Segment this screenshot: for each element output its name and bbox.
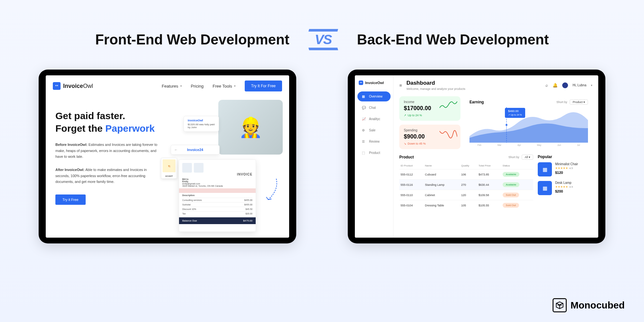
product-icon: ⬚ [362,151,366,155]
logo[interactable]: InvoiceOwl [355,75,393,90]
spending-card: Spending $900.00 ↘Down to 45 % [399,125,460,149]
avatar[interactable] [562,82,568,88]
nav-features[interactable]: Features▾ [162,84,182,89]
svg-point-5 [361,82,362,83]
sidebar-item-sale[interactable]: ⚙Sale [357,125,391,135]
logo-text: InvoiceOwl [63,83,93,90]
chart-xaxis: FebMarAprMayJunJul [469,144,588,146]
sidebar: InvoiceOwl ▦Overview 💬Chat 📈Analityc ⚙Sa… [355,75,393,238]
curved-arrow-icon [263,177,279,203]
popular-item[interactable]: ▦Minimalist Chair★★★★★4.5$120 [538,162,592,176]
page-title: Dashboard [406,80,465,86]
svg-point-7 [505,124,507,126]
worker-photo: 👷 [218,100,283,155]
user-greeting: Hi, Lubna [573,83,586,87]
menu-icon[interactable]: ≡ [399,83,402,88]
table-row[interactable]: 555-0112Cuboard106$473.85Available [399,169,533,180]
spending-sparkline [440,129,457,139]
table-row[interactable]: 555-0116Standing Lamp270$630.44Available [399,180,533,190]
chart-icon: 📈 [362,117,366,121]
attribution: Monocubed [553,298,625,312]
popular-item[interactable]: ▦Desk Lamp★★★★★4.5$200 [538,181,592,195]
try-it-free-button[interactable]: Try it Free [55,194,86,205]
product-thumb-icon: ▦ [538,181,552,195]
chevron-down-icon[interactable]: ▾ [591,84,592,87]
area-chart [469,107,588,143]
trend-up-icon: ↗ [404,114,406,117]
frontend-title: Front-End Web Development [95,32,289,48]
monocubed-logo-icon [553,298,567,312]
nav-pricing[interactable]: Pricing [191,84,204,89]
income-sparkline [440,101,457,110]
vs-badge: VS [309,29,338,50]
sidebar-item-overview[interactable]: ▦Overview [357,91,391,101]
chat-icon: 💬 [362,106,366,109]
sort-select[interactable]: Product ▾ [570,99,588,105]
paid-notification-card: InvoiceOwl $1320.00 was fully paid by Jo… [184,116,219,132]
chevron-down-icon: ▾ [180,84,182,88]
sale-icon: ⚙ [362,128,366,132]
product-thumb-icon: ▦ [538,162,552,176]
product-table: ID Product Name Quality Total Price Stat… [399,162,533,210]
back-arrow-icon: ← [174,148,178,152]
backend-tablet: InvoiceOwl ▦Overview 💬Chat 📈Analityc ⚙Sa… [348,70,605,243]
table-row[interactable]: 555-0110Cabinet120$109.58Sold Out [399,190,533,200]
svg-point-3 [57,85,58,86]
table-row[interactable]: 555-0104Dressing Table105$105.55Sold Out [399,200,533,211]
bell-icon[interactable]: 🔔 [553,83,558,88]
owl-icon [359,80,363,85]
search-icon[interactable]: ⌕ [545,83,548,88]
chevron-down-icon: ▾ [234,84,236,88]
popular-section: Popular ▦Minimalist Chair★★★★★4.5$120▦De… [538,155,592,210]
after-paragraph: After InvoiceOwl: Able to make estimates… [55,167,158,185]
svg-point-2 [56,85,56,86]
sidebar-item-review[interactable]: ☰Review [357,137,391,147]
product-table-section: Product Short by All ▾ ID Product Name [399,155,533,210]
trend-down-icon: ↘ [404,142,406,145]
income-card: Income $17000.00 ↗Up to 24 % [399,96,460,121]
svg-point-4 [360,82,361,83]
backend-title: Back-End Web Development [357,32,549,48]
hero-illustration: 👷 InvoiceOwl $1320.00 was fully paid by … [171,103,279,205]
hero-heading: Get paid faster. Forget the Paperwork [55,109,164,135]
review-icon: ☰ [362,140,366,143]
page-subtitle: Welcome, manage and analyze your product… [406,87,465,90]
overview-icon: ▦ [362,95,366,98]
sidebar-item-product[interactable]: ⬚Product [357,148,391,158]
try-free-button[interactable]: Try It For Free [245,80,282,91]
filter-select[interactable]: All ▾ [522,155,533,160]
advert-card: 🏗️ ADVERT [161,158,177,179]
owl-icon [53,82,61,90]
sidebar-item-analytic[interactable]: 📈Analityc [357,114,391,124]
chart-tooltip: $460.00 ↗ Up to 24 % [505,108,525,118]
invoice-preview: INVOICE Bill to Emily emily@gmail.com 30… [179,159,256,232]
comparison-header: Front-End Web Development VS Back-End We… [0,0,644,50]
earning-chart-card: Earning Short by Product ▾ [465,96,592,149]
frontend-tablet: InvoiceOwl Features▾ Pricing Free Tools▾… [39,70,296,243]
before-paragraph: Before InvoiceOwl: Estimates and Invoice… [55,142,158,160]
nav-freetools[interactable]: Free Tools▾ [213,84,235,89]
sidebar-item-chat[interactable]: 💬Chat [357,103,391,113]
logo[interactable]: InvoiceOwl [53,82,93,90]
site-nav: InvoiceOwl Features▾ Pricing Free Tools▾… [46,75,289,97]
invoice-tab: ← Invoice24 [171,145,220,155]
